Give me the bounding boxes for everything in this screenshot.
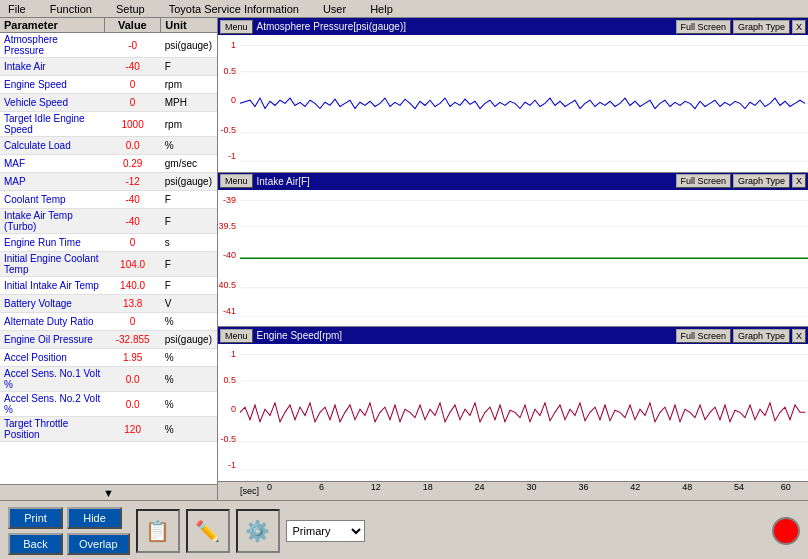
toolbar-icon-list[interactable]: 📋: [136, 509, 180, 553]
param-value: -0: [105, 39, 161, 52]
param-unit: %: [161, 315, 217, 328]
param-value: 0.0: [105, 373, 161, 386]
timeline-tick-6: 6: [319, 482, 324, 492]
param-row[interactable]: Vehicle Speed 0 MPH: [0, 94, 217, 112]
param-name: Engine Oil Pressure: [0, 333, 105, 346]
param-row[interactable]: Battery Voltage 13.8 V: [0, 295, 217, 313]
param-value: -40: [105, 215, 161, 228]
param-row[interactable]: Target Idle Engine Speed 1000 rpm: [0, 112, 217, 137]
svg-text:1: 1: [231, 39, 236, 49]
param-unit: %: [161, 423, 217, 436]
param-row[interactable]: Accel Sens. No.2 Volt % 0.0 %: [0, 392, 217, 417]
param-row[interactable]: Coolant Temp -40 F: [0, 191, 217, 209]
timeline-tick-24: 24: [475, 482, 485, 492]
param-name: Alternate Duty Ratio: [0, 315, 105, 328]
param-value: 120: [105, 423, 161, 436]
param-value: -32.855: [105, 333, 161, 346]
graph1-container: Menu Atmosphere Pressure[psi(gauge)] Ful…: [218, 18, 808, 173]
graph3-header: Menu Engine Speed[rpm] Full Screen Graph…: [218, 327, 808, 344]
param-row[interactable]: Initial Intake Air Temp 140.0 F: [0, 277, 217, 295]
graph1-menu-btn[interactable]: Menu: [220, 20, 253, 34]
param-name: Accel Sens. No.1 Volt %: [0, 367, 105, 391]
svg-text:-40.5: -40.5: [218, 279, 236, 289]
back-button[interactable]: Back: [8, 533, 63, 555]
timeline-tick-18: 18: [423, 482, 433, 492]
param-row[interactable]: Initial Engine Coolant Temp 104.0 F: [0, 252, 217, 277]
param-value: 104.0: [105, 258, 161, 271]
param-name: Coolant Temp: [0, 193, 105, 206]
param-unit: %: [161, 373, 217, 386]
param-row[interactable]: Accel Sens. No.1 Volt % 0.0 %: [0, 367, 217, 392]
param-row[interactable]: Atmosphere Pressure -0 psi(gauge): [0, 33, 217, 58]
toolbar-icon-settings[interactable]: ⚙️: [236, 509, 280, 553]
graph2-header: Menu Intake Air[F] Full Screen Graph Typ…: [218, 173, 808, 190]
param-name: Target Idle Engine Speed: [0, 112, 105, 136]
timeline-tick-42: 42: [630, 482, 640, 492]
param-list: Atmosphere Pressure -0 psi(gauge) Intake…: [0, 33, 217, 484]
param-value: 0: [105, 315, 161, 328]
svg-text:-1: -1: [228, 151, 236, 161]
param-unit: F: [161, 258, 217, 271]
timeline-sec-label: [sec]: [240, 486, 259, 496]
svg-text:0: 0: [231, 404, 236, 414]
param-row[interactable]: Intake Air -40 F: [0, 58, 217, 76]
param-value: -12: [105, 175, 161, 188]
param-row[interactable]: Engine Speed 0 rpm: [0, 76, 217, 94]
graph1-svg: 1 0.5 0 -0.5 -1: [218, 35, 808, 172]
graph3-menu-btn[interactable]: Menu: [220, 329, 253, 343]
primary-dropdown[interactable]: Primary Secondary: [286, 520, 365, 542]
param-unit: %: [161, 351, 217, 364]
param-unit: F: [161, 215, 217, 228]
menu-setup[interactable]: Setup: [112, 2, 149, 16]
record-button[interactable]: [772, 517, 800, 545]
param-name: Engine Run Time: [0, 236, 105, 249]
menubar: File Function Setup Toyota Service Infor…: [0, 0, 808, 18]
param-name: Vehicle Speed: [0, 96, 105, 109]
graph2-type-btn[interactable]: Graph Type: [733, 174, 790, 188]
graph1-close-btn[interactable]: X: [792, 20, 806, 34]
menu-file[interactable]: File: [4, 2, 30, 16]
param-row[interactable]: Intake Air Temp (Turbo) -40 F: [0, 209, 217, 234]
menu-user[interactable]: User: [319, 2, 350, 16]
param-unit: F: [161, 60, 217, 73]
param-row[interactable]: Calculate Load 0.0 %: [0, 137, 217, 155]
param-unit: MPH: [161, 96, 217, 109]
param-row[interactable]: MAP -12 psi(gauge): [0, 173, 217, 191]
overlap-button[interactable]: Overlap: [67, 533, 130, 555]
param-row[interactable]: Engine Run Time 0 s: [0, 234, 217, 252]
param-row[interactable]: Accel Position 1.95 %: [0, 349, 217, 367]
param-row[interactable]: Alternate Duty Ratio 0 %: [0, 313, 217, 331]
graph1-type-btn[interactable]: Graph Type: [733, 20, 790, 34]
param-row[interactable]: Target Throttle Position 120 %: [0, 417, 217, 442]
param-value: -40: [105, 60, 161, 73]
hide-button[interactable]: Hide: [67, 507, 122, 529]
graph3-type-btn[interactable]: Graph Type: [733, 329, 790, 343]
graph2-svg: -39 -39.5 -40 -40.5 -41: [218, 190, 808, 327]
param-value: 0.29: [105, 157, 161, 170]
param-name: MAF: [0, 157, 105, 170]
param-value: 0.0: [105, 398, 161, 411]
scroll-down-btn[interactable]: ▼: [0, 484, 217, 500]
param-row[interactable]: Engine Oil Pressure -32.855 psi(gauge): [0, 331, 217, 349]
toolbar-icon-write[interactable]: ✏️: [186, 509, 230, 553]
param-unit: rpm: [161, 118, 217, 131]
param-unit: V: [161, 297, 217, 310]
svg-text:0.5: 0.5: [223, 66, 236, 76]
param-name: Target Throttle Position: [0, 417, 105, 441]
param-value: 0: [105, 78, 161, 91]
graph2-fullscreen-btn[interactable]: Full Screen: [676, 174, 732, 188]
param-unit: gm/sec: [161, 157, 217, 170]
param-value: 1.95: [105, 351, 161, 364]
menu-toyota[interactable]: Toyota Service Information: [165, 2, 303, 16]
graph1-fullscreen-btn[interactable]: Full Screen: [676, 20, 732, 34]
print-button[interactable]: Print: [8, 507, 63, 529]
menu-function[interactable]: Function: [46, 2, 96, 16]
graph2-menu-btn[interactable]: Menu: [220, 174, 253, 188]
graph3-svg: 1 0.5 0 -0.5 -1: [218, 344, 808, 481]
graph2-close-btn[interactable]: X: [792, 174, 806, 188]
graph3-close-btn[interactable]: X: [792, 329, 806, 343]
param-row[interactable]: MAF 0.29 gm/sec: [0, 155, 217, 173]
svg-text:-41: -41: [223, 306, 236, 316]
graph3-fullscreen-btn[interactable]: Full Screen: [676, 329, 732, 343]
menu-help[interactable]: Help: [366, 2, 397, 16]
